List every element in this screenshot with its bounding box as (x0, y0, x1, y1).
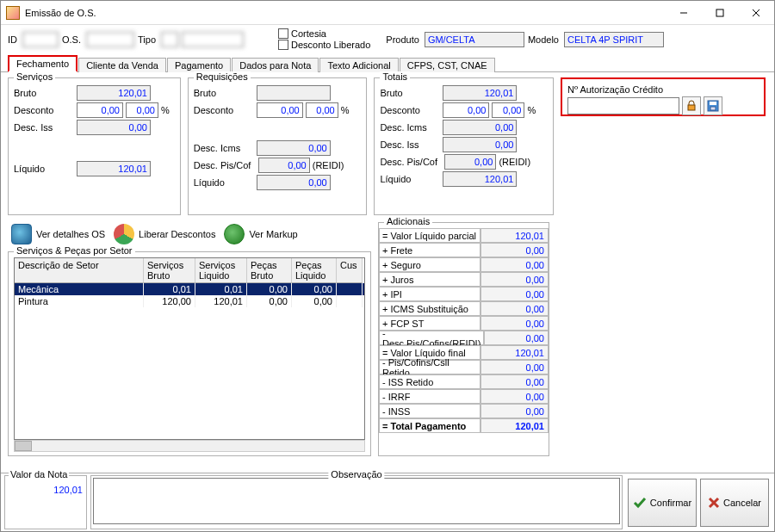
app-icon (6, 6, 20, 20)
requisicoes-group: Requisições Bruto Desconto0,000,00% Desc… (188, 77, 368, 215)
os-label: O.S. (62, 34, 81, 45)
req-desc-piscof: 0,00 (258, 158, 310, 173)
auth-frame: Nº Autorização Crédito (561, 77, 766, 116)
modelo-label: Modelo (528, 34, 559, 45)
title-bar: Emissão de O.S. (1, 1, 774, 25)
servicos-liquido: 120,01 (77, 161, 151, 176)
servicos-desconto-pct[interactable]: 0,00 (126, 102, 158, 118)
save-button[interactable] (704, 96, 722, 115)
tot-desc-icms: 0,00 (443, 120, 517, 135)
req-desconto-pct[interactable]: 0,00 (306, 102, 338, 118)
col-pb[interactable]: Peças Bruto (247, 258, 292, 283)
confirmar-button[interactable]: Confirmar (628, 479, 697, 527)
check-icon (633, 496, 647, 510)
table-row[interactable]: Mecânica 0,01 0,01 0,00 0,00 (15, 283, 364, 295)
discount-icon (114, 224, 134, 244)
tot-desc-piscof: 0,00 (444, 154, 496, 170)
x-icon (708, 497, 720, 509)
req-bruto (257, 85, 331, 101)
tipo-label: Tipo (138, 34, 156, 45)
valor-nota-value: 120,01 (9, 485, 83, 495)
produto-field: GM/CELTA (425, 32, 524, 47)
lock-button[interactable] (682, 96, 701, 115)
main-area: Serviços Bruto120,01 Desconto0,000,00% D… (1, 72, 774, 461)
col-sl[interactable]: Serviços Liquido (195, 258, 247, 283)
maximize-button[interactable] (702, 1, 738, 25)
markup-icon (224, 224, 245, 244)
svg-rect-4 (688, 105, 695, 110)
table-row[interactable]: Pintura 120,00 120,01 0,00 0,00 (15, 295, 364, 307)
ver-markup-button[interactable]: Ver Markup (224, 224, 297, 244)
os-field[interactable] (86, 32, 134, 47)
setor-table[interactable]: Descrição de Setor Serviços Bruto Serviç… (14, 257, 365, 440)
auth-label: Nº Autorização Crédito (567, 84, 759, 95)
close-button[interactable] (738, 1, 774, 25)
tab-fechamento[interactable]: Fechamento (8, 55, 78, 72)
svg-rect-7 (710, 107, 716, 110)
cortesia-checkbox[interactable]: Cortesia (278, 28, 370, 39)
desconto-liberado-checkbox[interactable]: Desconto Liberado (278, 40, 370, 50)
adicionais-group: Adicionais = Valor Líquido parcial120,01… (378, 222, 549, 456)
svg-rect-1 (716, 9, 723, 16)
observacao-group: Observação (90, 475, 623, 529)
tot-desconto[interactable]: 0,00 (443, 102, 489, 118)
detail-icon (11, 224, 32, 244)
tab-texto-adicional[interactable]: Texto Adicional (319, 58, 398, 72)
liberar-descontos-button[interactable]: Liberar Descontos (114, 224, 215, 244)
tot-desconto-pct[interactable]: 0,00 (492, 102, 524, 118)
tot-desc-iss: 0,00 (443, 137, 517, 152)
valor-nota-group: Valor da Nota 120,01 (4, 475, 87, 529)
tab-pagamento[interactable]: Pagamento (167, 58, 231, 72)
total-pagamento-value: 120,01 (480, 418, 549, 433)
tot-liquido: 120,01 (443, 171, 517, 187)
tot-bruto: 120,01 (443, 85, 517, 101)
horizontal-scrollbar[interactable] (14, 440, 365, 452)
cancelar-button[interactable]: Cancelar (700, 479, 769, 527)
svg-rect-6 (710, 102, 716, 105)
req-liquido: 0,00 (257, 175, 331, 190)
servicos-bruto: 120,01 (77, 85, 151, 101)
tipo-field-2[interactable] (182, 32, 244, 47)
col-pl[interactable]: Peças Liquido (292, 258, 337, 283)
auth-credit-input[interactable] (567, 97, 679, 114)
ver-detalhes-button[interactable]: Ver detalhes OS (11, 224, 105, 244)
observacao-textarea[interactable] (93, 478, 620, 524)
tab-bar: Fechamento Cliente da Venda Pagamento Da… (1, 55, 774, 72)
ad-value: 120,01 (480, 228, 549, 243)
produto-label: Produto (386, 34, 419, 45)
modelo-field: CELTA 4P SPIRIT (564, 32, 664, 47)
id-field[interactable] (22, 32, 59, 47)
col-cus[interactable]: Cus (337, 258, 363, 283)
tab-cfps[interactable]: CFPS, CST, CNAE (400, 58, 495, 72)
servicos-desconto[interactable]: 0,00 (77, 102, 123, 118)
totais-group: Totais Bruto120,01 Desconto0,000,00% Des… (374, 77, 554, 215)
ad-label: = Valor Líquido parcial (379, 228, 480, 243)
col-descricao[interactable]: Descrição de Setor (15, 258, 144, 283)
header-form: ID O.S. Tipo Cortesia Desconto Liberado … (1, 25, 774, 52)
total-pagamento-label: = Total Pagamento (379, 418, 480, 433)
setor-group: Serviços & Peças por Setor Descrição de … (8, 251, 371, 456)
servicos-group: Serviços Bruto120,01 Desconto0,000,00% D… (8, 77, 181, 215)
id-label: ID (8, 34, 17, 45)
req-desconto[interactable]: 0,00 (257, 102, 303, 118)
col-sb[interactable]: Serviços Bruto (144, 258, 195, 283)
req-desc-icms: 0,00 (257, 140, 331, 156)
window-title: Emissão de O.S. (25, 8, 666, 18)
servicos-desc-iss: 0,00 (77, 120, 151, 135)
minimize-button[interactable] (666, 1, 702, 25)
tipo-field-1[interactable] (161, 32, 178, 47)
tab-dados-nota[interactable]: Dados para Nota (232, 58, 319, 72)
bottom-bar: Valor da Nota 120,01 Observação Confirma… (1, 473, 774, 531)
tab-cliente-venda[interactable]: Cliente da Venda (78, 58, 166, 72)
